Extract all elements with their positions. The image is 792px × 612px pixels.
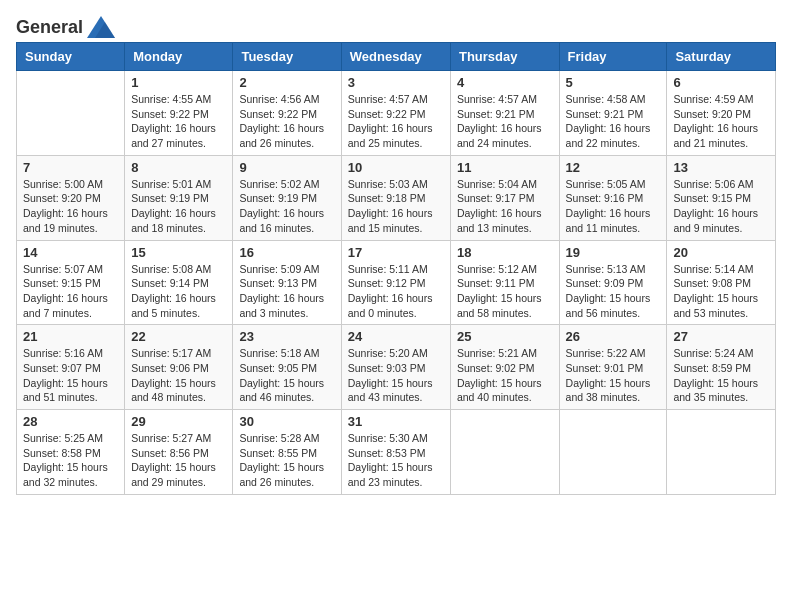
day-info: Sunrise: 5:30 AM Sunset: 8:53 PM Dayligh… [348, 431, 444, 490]
day-number: 3 [348, 75, 444, 90]
day-header-saturday: Saturday [667, 43, 776, 71]
calendar-week-row: 7Sunrise: 5:00 AM Sunset: 9:20 PM Daylig… [17, 155, 776, 240]
calendar-cell: 8Sunrise: 5:01 AM Sunset: 9:19 PM Daylig… [125, 155, 233, 240]
calendar-cell: 6Sunrise: 4:59 AM Sunset: 9:20 PM Daylig… [667, 71, 776, 156]
day-number: 26 [566, 329, 661, 344]
day-info: Sunrise: 4:56 AM Sunset: 9:22 PM Dayligh… [239, 92, 334, 151]
day-info: Sunrise: 5:25 AM Sunset: 8:58 PM Dayligh… [23, 431, 118, 490]
calendar-cell [450, 410, 559, 495]
day-number: 17 [348, 245, 444, 260]
day-number: 24 [348, 329, 444, 344]
day-number: 15 [131, 245, 226, 260]
calendar-cell: 2Sunrise: 4:56 AM Sunset: 9:22 PM Daylig… [233, 71, 341, 156]
day-header-sunday: Sunday [17, 43, 125, 71]
day-header-monday: Monday [125, 43, 233, 71]
calendar-cell: 11Sunrise: 5:04 AM Sunset: 9:17 PM Dayli… [450, 155, 559, 240]
calendar-cell: 30Sunrise: 5:28 AM Sunset: 8:55 PM Dayli… [233, 410, 341, 495]
day-number: 23 [239, 329, 334, 344]
day-info: Sunrise: 5:04 AM Sunset: 9:17 PM Dayligh… [457, 177, 553, 236]
calendar-cell [667, 410, 776, 495]
day-info: Sunrise: 4:57 AM Sunset: 9:22 PM Dayligh… [348, 92, 444, 151]
day-info: Sunrise: 5:12 AM Sunset: 9:11 PM Dayligh… [457, 262, 553, 321]
day-info: Sunrise: 4:55 AM Sunset: 9:22 PM Dayligh… [131, 92, 226, 151]
day-info: Sunrise: 5:20 AM Sunset: 9:03 PM Dayligh… [348, 346, 444, 405]
day-number: 1 [131, 75, 226, 90]
day-info: Sunrise: 5:17 AM Sunset: 9:06 PM Dayligh… [131, 346, 226, 405]
day-info: Sunrise: 4:59 AM Sunset: 9:20 PM Dayligh… [673, 92, 769, 151]
day-info: Sunrise: 5:07 AM Sunset: 9:15 PM Dayligh… [23, 262, 118, 321]
day-number: 28 [23, 414, 118, 429]
day-number: 18 [457, 245, 553, 260]
calendar-week-row: 21Sunrise: 5:16 AM Sunset: 9:07 PM Dayli… [17, 325, 776, 410]
day-number: 21 [23, 329, 118, 344]
calendar-cell: 24Sunrise: 5:20 AM Sunset: 9:03 PM Dayli… [341, 325, 450, 410]
calendar-table: SundayMondayTuesdayWednesdayThursdayFrid… [16, 42, 776, 495]
day-info: Sunrise: 5:28 AM Sunset: 8:55 PM Dayligh… [239, 431, 334, 490]
day-header-friday: Friday [559, 43, 667, 71]
day-number: 7 [23, 160, 118, 175]
day-number: 22 [131, 329, 226, 344]
logo: General [16, 16, 115, 34]
day-info: Sunrise: 4:57 AM Sunset: 9:21 PM Dayligh… [457, 92, 553, 151]
calendar-cell: 3Sunrise: 4:57 AM Sunset: 9:22 PM Daylig… [341, 71, 450, 156]
day-info: Sunrise: 5:02 AM Sunset: 9:19 PM Dayligh… [239, 177, 334, 236]
day-number: 25 [457, 329, 553, 344]
day-info: Sunrise: 5:01 AM Sunset: 9:19 PM Dayligh… [131, 177, 226, 236]
calendar-cell [559, 410, 667, 495]
day-number: 13 [673, 160, 769, 175]
day-number: 4 [457, 75, 553, 90]
day-number: 29 [131, 414, 226, 429]
day-info: Sunrise: 5:24 AM Sunset: 8:59 PM Dayligh… [673, 346, 769, 405]
page-header: General [16, 16, 776, 34]
day-number: 16 [239, 245, 334, 260]
day-info: Sunrise: 5:22 AM Sunset: 9:01 PM Dayligh… [566, 346, 661, 405]
calendar-cell: 23Sunrise: 5:18 AM Sunset: 9:05 PM Dayli… [233, 325, 341, 410]
day-info: Sunrise: 5:06 AM Sunset: 9:15 PM Dayligh… [673, 177, 769, 236]
day-info: Sunrise: 5:08 AM Sunset: 9:14 PM Dayligh… [131, 262, 226, 321]
calendar-cell: 16Sunrise: 5:09 AM Sunset: 9:13 PM Dayli… [233, 240, 341, 325]
calendar-cell: 28Sunrise: 5:25 AM Sunset: 8:58 PM Dayli… [17, 410, 125, 495]
day-info: Sunrise: 5:03 AM Sunset: 9:18 PM Dayligh… [348, 177, 444, 236]
day-header-thursday: Thursday [450, 43, 559, 71]
day-number: 14 [23, 245, 118, 260]
day-number: 20 [673, 245, 769, 260]
calendar-cell: 13Sunrise: 5:06 AM Sunset: 9:15 PM Dayli… [667, 155, 776, 240]
day-info: Sunrise: 5:05 AM Sunset: 9:16 PM Dayligh… [566, 177, 661, 236]
day-number: 2 [239, 75, 334, 90]
calendar-cell: 20Sunrise: 5:14 AM Sunset: 9:08 PM Dayli… [667, 240, 776, 325]
calendar-cell: 1Sunrise: 4:55 AM Sunset: 9:22 PM Daylig… [125, 71, 233, 156]
calendar-cell: 15Sunrise: 5:08 AM Sunset: 9:14 PM Dayli… [125, 240, 233, 325]
calendar-cell: 17Sunrise: 5:11 AM Sunset: 9:12 PM Dayli… [341, 240, 450, 325]
calendar-week-row: 14Sunrise: 5:07 AM Sunset: 9:15 PM Dayli… [17, 240, 776, 325]
day-info: Sunrise: 5:21 AM Sunset: 9:02 PM Dayligh… [457, 346, 553, 405]
calendar-cell: 29Sunrise: 5:27 AM Sunset: 8:56 PM Dayli… [125, 410, 233, 495]
day-header-wednesday: Wednesday [341, 43, 450, 71]
day-info: Sunrise: 5:11 AM Sunset: 9:12 PM Dayligh… [348, 262, 444, 321]
day-info: Sunrise: 5:16 AM Sunset: 9:07 PM Dayligh… [23, 346, 118, 405]
day-number: 9 [239, 160, 334, 175]
calendar-header-row: SundayMondayTuesdayWednesdayThursdayFrid… [17, 43, 776, 71]
day-number: 8 [131, 160, 226, 175]
calendar-cell: 4Sunrise: 4:57 AM Sunset: 9:21 PM Daylig… [450, 71, 559, 156]
day-number: 30 [239, 414, 334, 429]
day-number: 6 [673, 75, 769, 90]
calendar-week-row: 28Sunrise: 5:25 AM Sunset: 8:58 PM Dayli… [17, 410, 776, 495]
day-number: 12 [566, 160, 661, 175]
calendar-cell: 22Sunrise: 5:17 AM Sunset: 9:06 PM Dayli… [125, 325, 233, 410]
day-number: 19 [566, 245, 661, 260]
day-number: 31 [348, 414, 444, 429]
day-number: 11 [457, 160, 553, 175]
calendar-cell: 12Sunrise: 5:05 AM Sunset: 9:16 PM Dayli… [559, 155, 667, 240]
calendar-week-row: 1Sunrise: 4:55 AM Sunset: 9:22 PM Daylig… [17, 71, 776, 156]
calendar-cell [17, 71, 125, 156]
calendar-cell: 7Sunrise: 5:00 AM Sunset: 9:20 PM Daylig… [17, 155, 125, 240]
day-info: Sunrise: 5:00 AM Sunset: 9:20 PM Dayligh… [23, 177, 118, 236]
day-info: Sunrise: 5:09 AM Sunset: 9:13 PM Dayligh… [239, 262, 334, 321]
day-header-tuesday: Tuesday [233, 43, 341, 71]
calendar-cell: 10Sunrise: 5:03 AM Sunset: 9:18 PM Dayli… [341, 155, 450, 240]
calendar-cell: 14Sunrise: 5:07 AM Sunset: 9:15 PM Dayli… [17, 240, 125, 325]
day-number: 27 [673, 329, 769, 344]
logo-general: General [16, 17, 83, 38]
calendar-cell: 31Sunrise: 5:30 AM Sunset: 8:53 PM Dayli… [341, 410, 450, 495]
calendar-cell: 19Sunrise: 5:13 AM Sunset: 9:09 PM Dayli… [559, 240, 667, 325]
